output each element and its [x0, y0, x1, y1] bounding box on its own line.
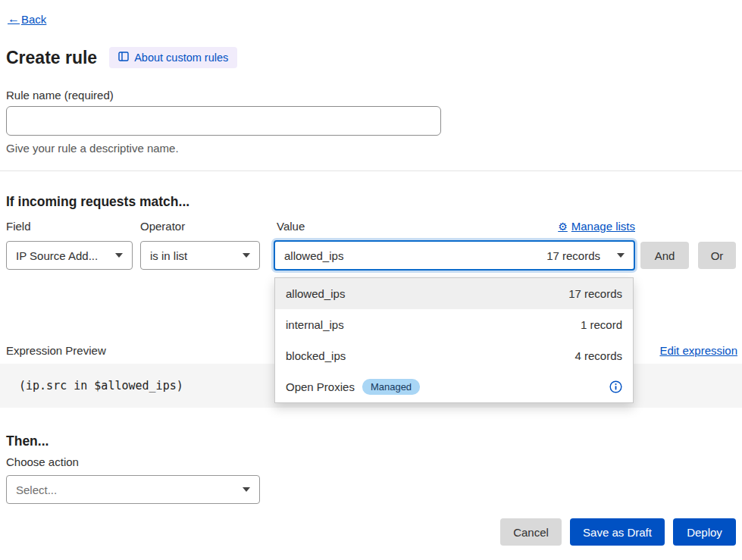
value-select[interactable]: allowed_ips 17 records [274, 240, 635, 271]
rule-name-label: Rule name (required) [6, 89, 114, 102]
edit-expression-link[interactable]: Edit expression [659, 344, 737, 357]
list-option-blocked-ips[interactable]: blocked_ips 4 records [275, 340, 633, 371]
or-button[interactable]: Or [698, 242, 736, 269]
list-option-name: internal_ips [286, 318, 344, 331]
back-arrow-icon: ← [8, 12, 20, 26]
rule-name-helper: Give your rule a descriptive name. [6, 142, 179, 155]
chevron-down-icon [243, 253, 250, 258]
back-label: Back [21, 13, 46, 26]
then-section-heading: Then... [6, 433, 49, 449]
list-option-open-proxies[interactable]: Open Proxies Managed [275, 371, 633, 402]
cancel-button[interactable]: Cancel [500, 518, 562, 546]
gear-icon: ⚙ [558, 221, 568, 233]
create-rule-page: ←Back Create rule About custom rules Rul… [0, 0, 742, 560]
chevron-down-icon [617, 253, 625, 258]
page-title: Create rule [6, 48, 97, 68]
list-option-name: blocked_ips [286, 349, 346, 362]
about-custom-rules-link[interactable]: About custom rules [109, 47, 237, 68]
value-select-meta: 17 records [546, 249, 611, 262]
value-select-name: allowed_ips [284, 249, 343, 262]
and-button[interactable]: And [640, 242, 689, 269]
manage-lists-label: Manage lists [571, 220, 635, 233]
value-column-label: Value [277, 220, 305, 233]
expression-code: (ip.src in $allowed_ips) [19, 379, 183, 393]
list-option-meta: 17 records [568, 287, 622, 300]
list-option-meta: 1 record [581, 318, 622, 331]
chevron-down-icon [115, 253, 123, 258]
title-row: Create rule About custom rules [6, 47, 237, 68]
choose-action-label: Choose action [6, 455, 79, 468]
field-column-label: Field [6, 220, 31, 233]
list-option-name: Open Proxies [286, 380, 355, 393]
operator-select-value: is in list [150, 249, 187, 262]
field-select-value: IP Source Add... [16, 249, 98, 262]
action-select-value: Select... [16, 483, 57, 496]
value-dropdown-menu: allowed_ips 17 records internal_ips 1 re… [274, 277, 634, 403]
action-select[interactable]: Select... [6, 475, 260, 504]
match-section-heading: If incoming requests match... [6, 194, 189, 210]
deploy-button[interactable]: Deploy [673, 518, 736, 546]
save-as-draft-button[interactable]: Save as Draft [570, 518, 665, 546]
list-option-meta: 4 records [575, 349, 622, 362]
chevron-down-icon [243, 487, 250, 492]
managed-badge: Managed [362, 379, 420, 395]
about-label: About custom rules [134, 52, 228, 64]
expression-preview-label: Expression Preview [6, 344, 106, 357]
field-select[interactable]: IP Source Add... [6, 241, 133, 270]
back-link[interactable]: ←Back [8, 12, 46, 26]
operator-column-label: Operator [140, 220, 185, 233]
manage-lists-link[interactable]: ⚙ Manage lists [558, 220, 635, 233]
list-option-internal-ips[interactable]: internal_ips 1 record [275, 309, 633, 340]
book-icon [118, 52, 129, 64]
info-icon[interactable] [609, 380, 622, 393]
list-option-allowed-ips[interactable]: allowed_ips 17 records [275, 278, 633, 309]
rule-name-input[interactable] [6, 106, 441, 136]
operator-select[interactable]: is in list [140, 241, 260, 270]
section-divider [0, 171, 742, 171]
list-option-name: allowed_ips [286, 287, 345, 300]
